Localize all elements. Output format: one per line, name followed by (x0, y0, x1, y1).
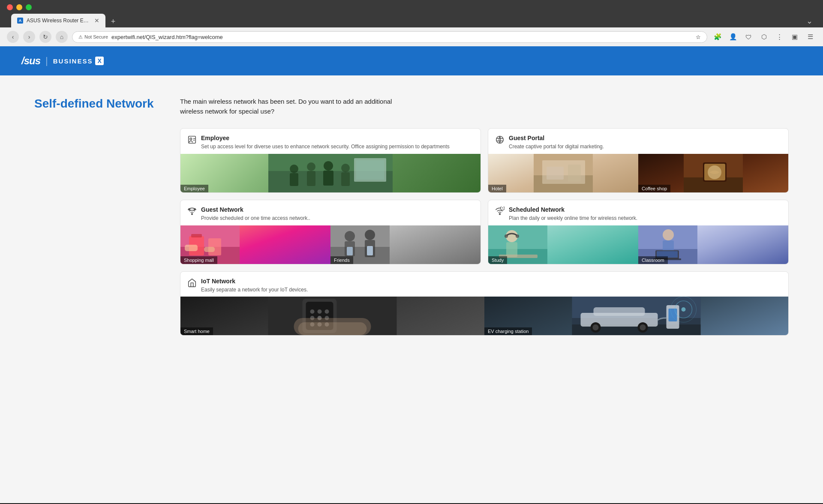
maximize-button[interactable] (26, 4, 32, 10)
browser-chrome: A ASUS Wireless Router Exper... ✕ + ⌄ ‹ … (0, 0, 823, 46)
portal-images: Hotel (488, 154, 788, 192)
svg-point-10 (324, 161, 333, 171)
address-bar-row: ‹ › ↻ ⌂ ⚠ Not Secure expertwifi.net/QIS_… (0, 27, 823, 46)
friends-image: Friends (330, 225, 481, 264)
svg-point-47 (499, 213, 501, 215)
scheduled-network-card[interactable]: Scheduled Network Plan the daily or week… (488, 200, 789, 264)
portal-title: Guest Portal (509, 135, 781, 141)
back-button[interactable]: ‹ (7, 31, 19, 43)
guest-images: Shopping mall (180, 225, 481, 264)
not-secure-label: Not Secure (84, 34, 108, 39)
person-icon (187, 135, 197, 147)
svg-point-6 (290, 165, 298, 173)
svg-rect-38 (204, 247, 215, 252)
shield-icon[interactable]: 🛡 (742, 31, 754, 43)
content-area: The main wireless network has been set. … (180, 97, 789, 336)
employee-card[interactable]: Employee Set up access level for diverse… (180, 128, 481, 193)
svg-rect-78 (298, 322, 367, 335)
guest-network-title: Guest Network (201, 206, 474, 213)
svg-point-60 (663, 229, 674, 240)
study-label: Study (488, 256, 507, 264)
svg-point-69 (318, 309, 322, 314)
business-label: BUSINESS (53, 57, 93, 65)
puzzle-icon[interactable]: ⬡ (758, 31, 770, 43)
warning-icon: ⚠ (78, 34, 83, 40)
reload-button[interactable]: ↻ (39, 31, 51, 43)
card-header: Scheduled Network Plan the daily or week… (488, 200, 788, 225)
svg-point-16 (496, 136, 504, 144)
address-bar[interactable]: ⚠ Not Secure expertwifi.net/QIS_wizard.h… (72, 31, 707, 43)
tab-title: ASUS Wireless Router Exper... (27, 18, 91, 24)
employee-image: Employee (180, 154, 481, 192)
ev-label: EV charging station (484, 327, 532, 335)
tab-close-button[interactable]: ✕ (94, 17, 99, 24)
classroom-label: Classroom (638, 256, 668, 264)
close-button[interactable] (7, 4, 13, 10)
card-info: Scheduled Network Plan the daily or week… (509, 206, 781, 222)
new-tab-button[interactable]: + (107, 15, 119, 27)
employee-title: Employee (201, 135, 474, 141)
star-icon[interactable]: ☆ (696, 34, 701, 40)
page-wrapper: /sus | BUSINESS X Self-defined Network T… (0, 46, 823, 503)
employee-label: Employee (180, 185, 208, 192)
svg-point-87 (640, 324, 646, 330)
sidebar-icon[interactable]: ▣ (789, 31, 801, 43)
svg-rect-35 (191, 234, 202, 237)
svg-point-70 (325, 309, 329, 314)
friends-label: Friends (330, 256, 353, 264)
cards-grid: Employee Set up access level for diverse… (180, 128, 789, 336)
card-info: Employee Set up access level for diverse… (201, 135, 474, 150)
svg-rect-9 (307, 171, 315, 186)
svg-point-1 (190, 138, 192, 140)
x-badge: X (95, 57, 103, 65)
page-title: Self-defined Network (34, 97, 154, 336)
svg-rect-15 (356, 160, 384, 180)
svg-rect-43 (347, 247, 353, 255)
scheduled-icon (495, 207, 505, 218)
guest-icon (187, 207, 197, 218)
coffee-image: Coffee shop (638, 154, 788, 192)
svg-rect-13 (341, 172, 350, 186)
home-button[interactable]: ⌂ (56, 31, 68, 43)
svg-rect-37 (185, 245, 198, 251)
svg-rect-83 (594, 307, 645, 316)
guest-portal-card[interactable]: Guest Portal Create captive portal for d… (488, 128, 789, 193)
iot-title: IoT Network (201, 278, 781, 285)
svg-rect-23 (568, 165, 581, 182)
active-tab[interactable]: A ASUS Wireless Router Exper... ✕ (11, 14, 105, 27)
intro-text: The main wireless network has been set. … (180, 97, 789, 116)
forward-button[interactable]: › (23, 31, 35, 43)
svg-point-30 (189, 208, 190, 210)
iot-network-card[interactable]: IoT Network Easily separate a network fo… (180, 271, 789, 336)
hotel-label: Hotel (488, 185, 506, 192)
logo-divider: | (45, 55, 48, 66)
svg-rect-46 (367, 246, 373, 255)
smarthome-label: Smart home (180, 327, 213, 335)
tab-list-button[interactable]: ⌄ (803, 15, 816, 27)
portal-icon (495, 135, 505, 147)
security-indicator: ⚠ Not Secure (78, 34, 108, 40)
shopping-image: Shopping mall (180, 225, 330, 264)
svg-point-41 (345, 231, 355, 241)
ev-image: EV charging station (484, 297, 788, 335)
minimize-button[interactable] (16, 4, 22, 10)
card-header: Guest Network Provide scheduled or one t… (180, 200, 481, 225)
settings-icon[interactable]: ⋮ (773, 31, 785, 43)
extensions-button[interactable]: 🧩 (712, 31, 724, 43)
svg-point-12 (341, 164, 350, 172)
portal-desc: Create captive portal for digital market… (509, 143, 781, 150)
svg-point-56 (516, 234, 519, 238)
iot-desc: Easily separate a network for your IoT d… (201, 286, 781, 294)
hotel-image: Hotel (488, 154, 638, 192)
iot-images: Smart home (180, 297, 788, 335)
svg-rect-7 (290, 173, 298, 186)
employee-images: Employee (180, 154, 481, 192)
shopping-label: Shopping mall (180, 256, 217, 264)
svg-rect-22 (547, 167, 564, 180)
smarthome-image: Smart home (180, 297, 484, 335)
guest-network-card[interactable]: Guest Network Provide scheduled or one t… (180, 200, 481, 264)
profile-button[interactable]: 👤 (727, 31, 739, 43)
svg-point-8 (307, 162, 315, 171)
main-content: Self-defined Network The main wireless n… (0, 75, 823, 357)
menu-icon[interactable]: ☰ (804, 31, 816, 43)
